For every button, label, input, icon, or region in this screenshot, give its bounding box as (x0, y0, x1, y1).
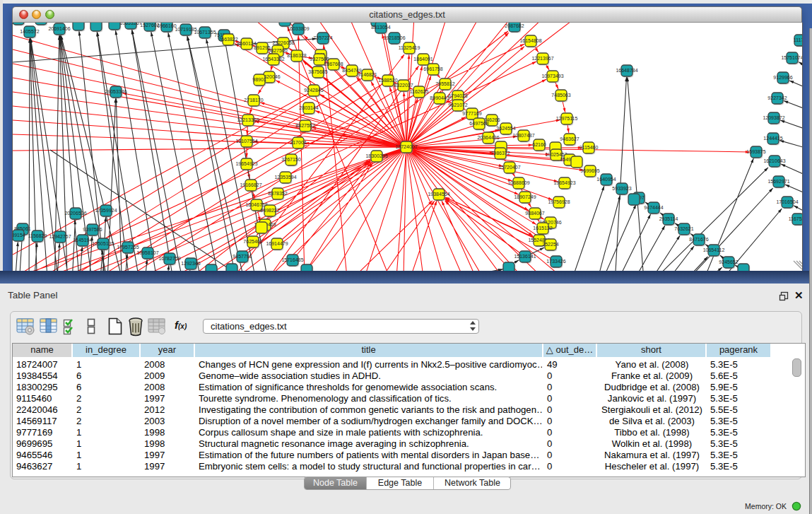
svg-text:6966160: 6966160 (157, 23, 176, 28)
svg-text:317004: 317004 (290, 140, 306, 145)
svg-text:12213369: 12213369 (237, 117, 259, 122)
svg-text:2718170: 2718170 (244, 98, 263, 103)
svg-text:12942757: 12942757 (49, 234, 71, 239)
svg-text:2803144: 2803144 (299, 105, 318, 110)
svg-text:9457791: 9457791 (233, 254, 252, 259)
svg-text:1733426: 1733426 (546, 259, 565, 264)
svg-text:16648784: 16648784 (616, 68, 637, 73)
svg-text:9129966: 9129966 (773, 75, 792, 80)
svg-text:9245652: 9245652 (719, 259, 738, 264)
svg-text:2867608: 2867608 (324, 62, 343, 66)
svg-text:16782759: 16782759 (158, 256, 180, 261)
svg-text:9115460: 9115460 (579, 145, 599, 150)
svg-text:11325419: 11325419 (399, 45, 420, 50)
svg-text:9146821: 9146821 (358, 72, 377, 77)
svg-text:15716485: 15716485 (281, 257, 303, 262)
svg-text:1405572: 1405572 (20, 29, 39, 34)
svg-text:98901: 98901 (252, 77, 266, 82)
svg-text:9777169: 9777169 (462, 111, 481, 116)
svg-text:15692971: 15692971 (767, 179, 789, 184)
svg-text:12093872: 12093872 (763, 115, 784, 120)
svg-text:1292346: 1292346 (181, 261, 200, 266)
svg-text:18724007: 18724007 (395, 144, 417, 149)
svg-text:3624554: 3624554 (496, 126, 515, 131)
svg-text:7986372: 7986372 (490, 151, 510, 156)
svg-text:7625402: 7625402 (243, 239, 262, 244)
svg-text:2087682: 2087682 (505, 23, 524, 28)
svg-text:23226058: 23226058 (272, 40, 294, 45)
svg-text:1640954: 1640954 (596, 177, 616, 182)
svg-text:1588520: 1588520 (378, 78, 397, 83)
svg-text:39154: 39154 (13, 233, 25, 238)
svg-text:17957255: 17957255 (117, 245, 139, 250)
svg-text:10958107: 10958107 (136, 250, 158, 255)
svg-text:8878352: 8878352 (268, 191, 287, 196)
svg-text:16210643: 16210643 (763, 158, 785, 163)
svg-text:16033809: 16033809 (287, 26, 309, 31)
svg-text:1167533: 1167533 (789, 216, 802, 221)
svg-text:11171: 11171 (794, 37, 802, 42)
svg-text:1593875: 1593875 (746, 149, 765, 154)
svg-text:9227342: 9227342 (767, 95, 787, 100)
svg-text:6794028: 6794028 (448, 93, 467, 98)
svg-text:20691406: 20691406 (48, 26, 70, 31)
svg-text:10671355: 10671355 (194, 30, 216, 35)
svg-text:19218506: 19218506 (383, 35, 405, 40)
svg-text:6497568: 6497568 (469, 121, 488, 126)
svg-text:3875685: 3875685 (308, 69, 327, 74)
svg-text:19166827: 19166827 (240, 182, 261, 187)
svg-text:19756928: 19756928 (548, 199, 570, 204)
svg-text:29053346: 29053346 (105, 89, 126, 94)
svg-text:1162625: 1162625 (410, 89, 429, 94)
svg-text:6961758: 6961758 (423, 66, 442, 71)
svg-text:8990443: 8990443 (430, 95, 449, 100)
svg-text:8322037: 8322037 (394, 83, 413, 88)
svg-text:8471676: 8471676 (689, 237, 708, 242)
svg-text:62160: 62160 (532, 142, 546, 147)
svg-text:8427552: 8427552 (295, 123, 314, 128)
svg-text:16154808: 16154808 (519, 38, 541, 43)
svg-text:12353594: 12353594 (274, 175, 296, 180)
svg-text:19384554: 19384554 (428, 192, 449, 197)
svg-text:9621072: 9621072 (448, 103, 467, 107)
svg-text:12975115: 12975115 (556, 116, 578, 121)
svg-text:20364436: 20364436 (477, 135, 499, 140)
svg-text:18300295: 18300295 (365, 153, 387, 158)
svg-text:9397586: 9397586 (83, 227, 102, 232)
svg-text:20206536: 20206536 (64, 211, 86, 216)
svg-text:5933923: 5933923 (612, 186, 631, 191)
svg-text:9242845: 9242845 (304, 88, 323, 93)
svg-text:10688609: 10688609 (507, 180, 529, 185)
svg-text:1156829: 1156829 (28, 233, 47, 238)
svg-text:1244415: 1244415 (763, 136, 782, 141)
svg-text:16543382: 16543382 (262, 57, 284, 62)
svg-text:12213967: 12213967 (531, 56, 553, 61)
svg-text:8498222: 8498222 (260, 208, 279, 213)
svg-text:19654923: 19654923 (235, 161, 257, 166)
svg-text:15136141: 15136141 (514, 254, 536, 259)
svg-text:1145194: 1145194 (73, 238, 93, 243)
svg-text:8186328: 8186328 (287, 53, 306, 58)
svg-text:2935114: 2935114 (659, 216, 678, 221)
svg-text:7632621: 7632621 (674, 226, 693, 231)
svg-text:12505135: 12505135 (92, 241, 114, 246)
svg-text:7485063: 7485063 (551, 93, 570, 98)
svg-text:15751074: 15751074 (781, 55, 802, 60)
svg-text:9699695: 9699695 (580, 168, 599, 173)
svg-text:18907249: 18907249 (514, 194, 536, 199)
svg-text:252254: 252254 (542, 242, 558, 247)
svg-text:9463627: 9463627 (560, 136, 579, 141)
svg-text:10807487: 10807487 (512, 133, 534, 138)
svg-text:7955812: 7955812 (435, 81, 454, 86)
svg-text:9827500: 9827500 (268, 48, 287, 53)
svg-text:9884067: 9884067 (525, 211, 544, 216)
svg-text:1615132: 1615132 (533, 226, 552, 230)
svg-text:10653267: 10653267 (119, 23, 141, 25)
svg-text:10654112: 10654112 (703, 247, 725, 252)
svg-text:7663822: 7663822 (218, 37, 237, 42)
svg-text:10973493: 10973493 (541, 74, 563, 78)
svg-text:3267150: 3267150 (281, 157, 300, 162)
svg-text:16107554: 16107554 (235, 139, 257, 144)
svg-text:7357224: 7357224 (313, 35, 332, 40)
svg-text:16914479: 16914479 (266, 241, 288, 246)
